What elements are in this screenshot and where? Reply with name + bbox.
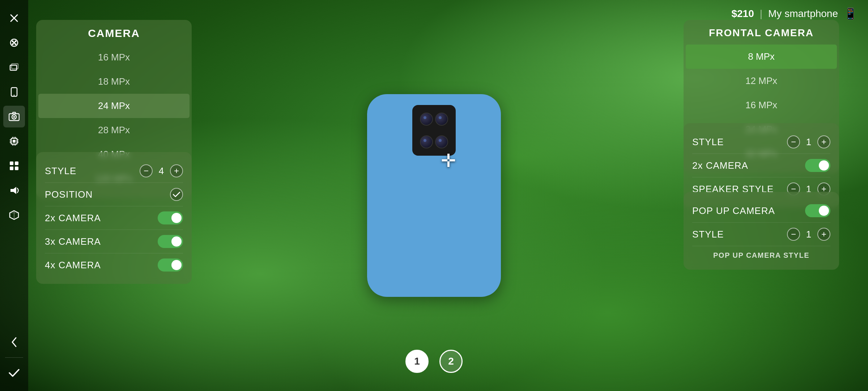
style-value: 4 <box>158 165 165 177</box>
position-control-row: POSITION <box>45 183 183 206</box>
popup-style-label-text: POP UP CAMERA STYLE <box>692 251 830 260</box>
frontal-camera-title: FRONTAL CAMERA <box>684 27 839 45</box>
frontal-style-increment[interactable]: + <box>817 135 830 148</box>
sidebar-confirm-button[interactable] <box>3 362 25 384</box>
sidebar-item-cards[interactable] <box>3 56 25 78</box>
svg-point-6 <box>15 43 17 45</box>
frontal-camera-2x-toggle[interactable] <box>805 159 830 172</box>
page-indicator-1[interactable]: 1 <box>405 350 429 373</box>
camera-controls-panel: STYLE − 4 + POSITION 2x CAMERA 3x CAMERA… <box>36 152 192 284</box>
camera-4x-row: 4x CAMERA <box>45 253 183 277</box>
svg-rect-29 <box>10 161 13 165</box>
camera-option-16mpx[interactable]: 16 MPx <box>38 45 190 70</box>
page-indicators: 1 2 <box>405 350 463 373</box>
sidebar-item-sound[interactable] <box>3 180 25 201</box>
svg-rect-8 <box>10 65 17 70</box>
style-control-row: STYLE − 4 + <box>45 159 183 183</box>
camera-3x-toggle[interactable] <box>158 235 183 248</box>
popup-camera-row: POP UP CAMERA <box>692 199 830 223</box>
sidebar <box>0 0 28 391</box>
frontal-style-value: 1 <box>805 136 812 148</box>
position-check-button[interactable] <box>170 188 183 201</box>
style-decrement-button[interactable]: − <box>140 164 153 177</box>
sidebar-divider <box>5 357 23 358</box>
popup-style-increment[interactable]: + <box>817 228 830 241</box>
sidebar-item-apps[interactable] <box>3 155 25 177</box>
header-price: $210 <box>731 8 754 20</box>
popup-camera-knob <box>819 206 829 216</box>
frontal-camera-2x-label: 2x CAMERA <box>692 160 748 171</box>
sidebar-item-close[interactable] <box>3 7 25 29</box>
style-label: STYLE <box>45 165 76 177</box>
popup-style-stepper: − 1 + <box>787 228 830 241</box>
popup-camera-label: POP UP CAMERA <box>692 205 775 216</box>
move-cursor-icon[interactable]: ✛ <box>441 150 456 171</box>
sidebar-item-palette[interactable] <box>3 32 25 54</box>
position-label: POSITION <box>45 189 93 200</box>
sidebar-item-3d[interactable] <box>3 204 25 226</box>
svg-point-3 <box>12 41 14 42</box>
camera-option-18mpx[interactable]: 18 MPx <box>38 70 190 94</box>
camera-4x-toggle[interactable] <box>158 258 183 272</box>
style-stepper: − 4 + <box>140 164 183 177</box>
popup-camera-toggle[interactable] <box>805 204 830 217</box>
camera-3x-knob <box>171 236 182 247</box>
sidebar-item-camera[interactable] <box>3 106 25 127</box>
phone-body: ✛ <box>367 94 501 297</box>
svg-rect-16 <box>13 140 16 143</box>
svg-rect-31 <box>10 167 13 170</box>
camera-2x-label: 2x CAMERA <box>45 213 101 224</box>
frontal-camera-2x-knob <box>819 160 829 171</box>
svg-point-5 <box>12 43 14 45</box>
popup-camera-panel: POP UP CAMERA STYLE − 1 + POP UP CAMERA … <box>684 192 839 270</box>
popup-style-label: STYLE <box>692 229 724 240</box>
frontal-option-8mpx[interactable]: 8 MPx <box>686 45 837 69</box>
popup-style-row: STYLE − 1 + <box>692 223 830 246</box>
svg-rect-30 <box>15 161 18 165</box>
svg-point-7 <box>13 42 15 44</box>
camera-2x-toggle[interactable] <box>158 211 183 224</box>
camera-3x-label: 3x CAMERA <box>45 236 101 247</box>
header-divider: | <box>760 8 762 20</box>
sidebar-item-chip[interactable] <box>3 130 25 152</box>
frontal-style-label: STYLE <box>692 136 724 148</box>
camera-panel-title: CAMERA <box>36 27 192 39</box>
frontal-option-16mpx[interactable]: 16 MPx <box>686 93 837 117</box>
header-smartphone-name: My smartphone <box>768 8 838 20</box>
frontal-option-12mpx[interactable]: 12 MPx <box>686 69 837 93</box>
camera-4x-knob <box>171 260 182 270</box>
popup-style-value: 1 <box>805 229 812 240</box>
phone-container: ✛ <box>367 94 501 297</box>
camera-lens-3 <box>420 135 433 148</box>
phone-camera-module <box>412 105 456 156</box>
frontal-camera-2x-row: 2x CAMERA <box>692 154 830 177</box>
svg-marker-33 <box>10 187 16 194</box>
svg-point-14 <box>13 116 15 118</box>
camera-option-28mpx[interactable]: 28 MPx <box>38 118 190 142</box>
camera-4x-label: 4x CAMERA <box>45 260 101 271</box>
camera-2x-row: 2x CAMERA <box>45 206 183 230</box>
page-indicator-2[interactable]: 2 <box>439 350 463 373</box>
style-increment-button[interactable]: + <box>170 164 183 177</box>
camera-lens-2 <box>435 113 448 126</box>
svg-point-4 <box>15 41 17 42</box>
svg-rect-32 <box>15 167 18 170</box>
sidebar-item-phone-frame[interactable] <box>3 81 25 103</box>
camera-option-24mpx[interactable]: 24 MPx <box>38 94 190 118</box>
camera-lens-4 <box>435 135 448 148</box>
popup-style-decrement[interactable]: − <box>787 228 800 241</box>
camera-lens-1 <box>420 113 433 126</box>
svg-rect-9 <box>12 64 18 69</box>
frontal-style-stepper: − 1 + <box>787 135 830 148</box>
frontal-style-decrement[interactable]: − <box>787 135 800 148</box>
camera-2x-knob <box>171 213 182 223</box>
frontal-style-row: STYLE − 1 + <box>692 130 830 154</box>
sidebar-item-back[interactable] <box>3 331 25 353</box>
header-phone-icon: 📱 <box>844 7 857 20</box>
svg-point-11 <box>14 95 15 96</box>
camera-3x-row: 3x CAMERA <box>45 230 183 253</box>
